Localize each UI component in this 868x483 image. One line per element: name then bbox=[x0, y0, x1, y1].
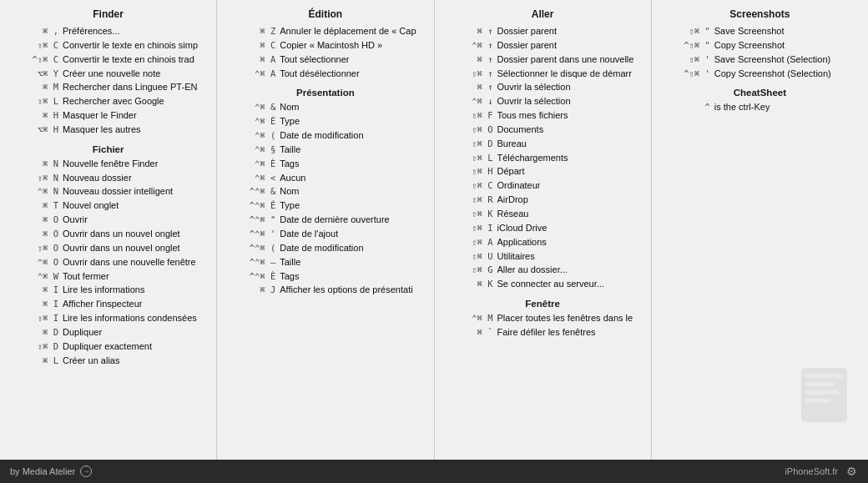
shortcut-row: ⌘ HMasquer le Finder bbox=[10, 109, 206, 122]
shortcut-label: Tous mes fichiers bbox=[497, 109, 568, 122]
arrow-icon[interactable]: → bbox=[80, 465, 92, 477]
shortcut-row: ⌘ ↑Dossier parent bbox=[445, 25, 641, 38]
shortcut-label: Nouvelle fenêtre Finder bbox=[63, 158, 158, 170]
shortcut-keys: ⌃⌘ § bbox=[227, 143, 275, 155]
shortcut-row: ^⌃⌘ 'Date de l'ajout bbox=[227, 228, 423, 240]
shortcut-label: Copy Screenshot bbox=[714, 39, 785, 52]
shortcut-row: ⌘ LCréer un alias bbox=[10, 355, 206, 367]
shortcut-keys: ⇧⌘ H bbox=[445, 165, 493, 177]
shortcut-row: ^⌃⌘ ÉType bbox=[227, 199, 423, 212]
shortcut-keys: ⌘ A bbox=[227, 53, 275, 65]
section-header-fichier: Fichier bbox=[10, 144, 206, 154]
shortcut-row: ⌃⌘ WTout fermer bbox=[10, 270, 206, 283]
shortcut-row: ^⌃⌘ (Date de modification bbox=[227, 242, 423, 254]
shortcut-label: Dossier parent bbox=[497, 25, 558, 38]
shortcut-label: Départ bbox=[497, 165, 525, 178]
shortcut-label: Se connecter au serveur... bbox=[497, 278, 604, 290]
shortcut-keys: ^⌃⌘ & bbox=[227, 185, 275, 197]
shortcut-keys: ⌘ O bbox=[10, 214, 58, 225]
shortcut-row: ⌘ ,Préférences... bbox=[10, 25, 206, 38]
shortcut-keys: ⌃⌘ < bbox=[227, 172, 275, 184]
shortcut-row: ⌘ OOuvrir bbox=[10, 214, 206, 226]
shortcut-keys: ⇧⌘ G bbox=[445, 264, 493, 275]
shortcut-keys: ⇧⌘ L bbox=[10, 95, 58, 107]
shortcut-label: Aller au dossier... bbox=[497, 264, 568, 276]
section-header-présentation: Présentation bbox=[227, 88, 423, 98]
gear-icon[interactable]: ⚙ bbox=[845, 465, 858, 478]
shortcut-row: ⇧⌘ OOuvrir dans un nouvel onglet bbox=[10, 242, 206, 254]
shortcut-row: ^⇧⌘ CConvertir le texte en chinois trad bbox=[10, 53, 206, 66]
shortcut-row: ^⌃⌘ "Date de dernière ouverture bbox=[227, 214, 423, 226]
shortcut-row: ⌃⌘ §Taille bbox=[227, 143, 423, 156]
shortcut-row: ⇧⌘ ODocuments bbox=[445, 123, 641, 136]
finder-column: Finder ⌘ ,Préférences...⇧⌘ CConvertir le… bbox=[0, 0, 217, 460]
shortcut-label: Ordinateur bbox=[497, 179, 541, 192]
shortcut-row: ⌃⌘ (Date de modification bbox=[227, 129, 423, 142]
shortcut-label: Date de dernière ouverture bbox=[280, 214, 389, 226]
shortcut-keys: ^⇧⌘ ' bbox=[662, 68, 710, 79]
shortcut-keys: ⇧⌘ L bbox=[445, 152, 493, 164]
shortcut-row: ⌘ OOuvrir dans un nouvel onglet bbox=[10, 228, 206, 240]
shortcut-keys: ⌘ ` bbox=[445, 326, 493, 338]
shortcut-row: ⌃⌘ NNouveau dossier intelligent bbox=[10, 185, 206, 198]
shortcut-keys: ⌘ ↑ bbox=[445, 81, 493, 93]
shortcut-row: ⌃⌘ ÉType bbox=[227, 115, 423, 128]
shortcut-row: ⌘ ATout sélectionner bbox=[227, 53, 423, 66]
shortcut-label: Dossier parent dans une nouvelle bbox=[497, 53, 634, 66]
shortcut-keys: ⇧⌘ D bbox=[10, 340, 58, 352]
finder-header: Finder bbox=[10, 8, 206, 20]
shortcut-keys: ^⌃⌘ ' bbox=[227, 228, 275, 239]
shortcut-label: Ouvrir la sélection bbox=[497, 95, 571, 108]
shortcut-label: Afficher les options de présentati bbox=[280, 284, 412, 296]
shortcut-row: ^⇧⌘ 'Copy Screenshot (Selection) bbox=[662, 68, 858, 80]
aller-column: Aller ⌘ ↑Dossier parent⌃⌘ ↑Dossier paren… bbox=[435, 0, 652, 460]
shortcut-label: Tout sélectionner bbox=[280, 53, 349, 66]
shortcut-label: Placer toutes les fenêtres dans le bbox=[497, 312, 633, 325]
shortcut-keys: ⌘ Z bbox=[227, 25, 275, 37]
shortcut-row: ⌃⌘ OOuvrir dans une nouvelle fenêtre bbox=[10, 256, 206, 269]
shortcut-row: ⌃⌘ ↑Dossier parent bbox=[445, 39, 641, 52]
shortcut-keys: ^⌃⌘ ( bbox=[227, 242, 275, 254]
shortcut-label: Copier « Macintosh HD » bbox=[280, 39, 382, 52]
shortcut-label: Sélectionner le disque de démarr bbox=[497, 68, 632, 80]
shortcut-keys: ⇧⌘ ↑ bbox=[445, 68, 493, 79]
shortcut-label: Ouvrir dans une nouvelle fenêtre bbox=[63, 256, 196, 269]
shortcut-row: ⌘ ILire les informations bbox=[10, 284, 206, 296]
svg-rect-4 bbox=[805, 399, 830, 403]
shortcut-label: Applications bbox=[497, 236, 547, 249]
shortcut-row: ⇧⌘ ILire les informations condensées bbox=[10, 312, 206, 325]
shortcut-label: Date de modification bbox=[280, 242, 363, 254]
shortcut-label: Date de modification bbox=[280, 129, 363, 142]
footer-right: iPhoneSoft.fr ⚙ bbox=[785, 465, 858, 478]
shortcut-label: Taille bbox=[280, 143, 300, 156]
shortcut-row: ⌘ ↑Dossier parent dans une nouvelle bbox=[445, 53, 641, 66]
aller-header: Aller bbox=[445, 8, 641, 20]
shortcut-label: Faire défiler les fenêtres bbox=[497, 326, 596, 339]
shortcut-row: ⌃⌘ ÈTags bbox=[227, 158, 423, 170]
shortcut-keys: ⌘ H bbox=[10, 109, 58, 121]
screenshots-column: Screenshots ⇧⌘ "Save Screenshot^⇧⌘ "Copy… bbox=[652, 0, 868, 460]
shortcut-label: Nouveau dossier intelligent bbox=[63, 185, 173, 198]
shortcut-label: AirDrop bbox=[497, 194, 528, 206]
shortcut-keys: ⌃⌘ A bbox=[227, 68, 275, 79]
shortcut-keys: ⇧⌘ A bbox=[445, 236, 493, 248]
shortcut-keys: ⌃⌘ ( bbox=[227, 129, 275, 141]
shortcut-keys: ⌃⌘ O bbox=[10, 256, 58, 268]
shortcut-row: ⇧⌘ HDépart bbox=[445, 165, 641, 178]
shortcut-row: ⌥⌘ HMasquer les autres bbox=[10, 123, 206, 136]
shortcut-label: Ouvrir la sélection bbox=[497, 81, 571, 93]
shortcut-label: Lire les informations condensées bbox=[63, 312, 197, 325]
edition-header: Édition bbox=[227, 8, 423, 20]
shortcut-row: ⌘ DDupliquer bbox=[10, 326, 206, 339]
shortcut-keys: ⌘ K bbox=[445, 278, 493, 289]
shortcut-label: Réseau bbox=[497, 208, 529, 220]
shortcut-keys: ⌃⌘ ↑ bbox=[445, 39, 493, 51]
shortcut-label: Convertir le texte en chinois trad bbox=[63, 53, 194, 66]
shortcut-label: Tout fermer bbox=[63, 270, 109, 283]
shortcut-row: ⇧⌘ DBureau bbox=[445, 138, 641, 150]
shortcut-row: ⇧⌘ IiCloud Drive bbox=[445, 222, 641, 234]
shortcut-row: ⌃⌘ MPlacer toutes les fenêtres dans le bbox=[445, 312, 641, 325]
shortcut-row: ⇧⌘ ↑Sélectionner le disque de démarr bbox=[445, 68, 641, 80]
shortcut-row: ⌃⌘ <Aucun bbox=[227, 172, 423, 184]
shortcut-keys: ⌥⌘ Y bbox=[10, 68, 58, 79]
